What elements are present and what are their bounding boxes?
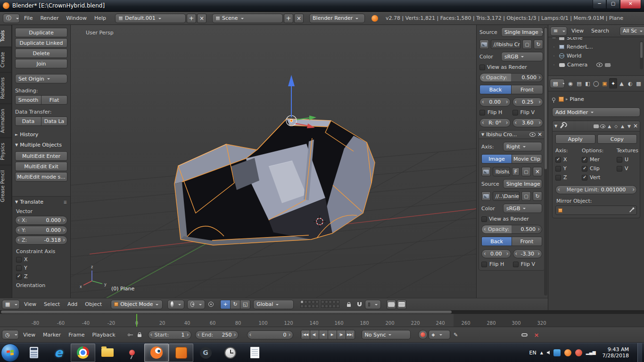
outliner-item-world[interactable]: ·World [551, 51, 644, 60]
copy-button[interactable]: Copy [597, 134, 637, 144]
front-button[interactable]: Front [511, 85, 543, 94]
image-path-field[interactable]: //Ibishu Cro... [491, 40, 520, 49]
join-button[interactable]: Join [15, 59, 67, 68]
tray-icon-2[interactable] [564, 349, 571, 356]
duplicate-button[interactable]: Duplicate [15, 28, 67, 37]
lock-to-scene-toggle[interactable] [344, 300, 354, 309]
modifier-move-up-button[interactable]: ▲ [620, 124, 625, 129]
flat-button[interactable]: Flat [41, 95, 67, 105]
layer-6[interactable] [321, 300, 324, 304]
play-button[interactable]: ▶ [328, 330, 337, 339]
delete-button[interactable]: Delete [15, 49, 67, 58]
outliner-view-menu[interactable]: View [568, 28, 587, 34]
layer-16[interactable] [321, 304, 324, 308]
mirror-axis-z-checkbox[interactable] [555, 175, 561, 181]
merge-checkbox[interactable] [582, 157, 587, 163]
delete-layout-button[interactable] [197, 14, 206, 23]
snap-element-selector[interactable] [365, 300, 381, 309]
auto-keyframe-button[interactable] [418, 330, 428, 339]
constraint-y-checkbox[interactable] [16, 265, 22, 271]
timeline-frame-menu[interactable]: Frame [65, 332, 88, 338]
movie-clip-tab[interactable]: Movie Clip [512, 154, 542, 164]
taskbar-pin-button[interactable] [120, 344, 144, 362]
viewport-3d[interactable]: zyx User Persp (0) Plane [71, 25, 476, 298]
unlink-icon[interactable] [533, 167, 542, 176]
set-origin-menu[interactable]: Set Origin [15, 74, 67, 83]
apply-button[interactable]: Apply [555, 134, 595, 144]
layer-7[interactable] [325, 300, 328, 304]
view-as-render-checkbox[interactable] [479, 65, 485, 70]
taskbar-calculator-button[interactable] [22, 344, 46, 362]
viewport-scene[interactable]: zyx User Persp (0) Plane [71, 25, 476, 298]
frame-lock-icon[interactable] [135, 330, 144, 339]
next-keyframe-button[interactable]: |▶ [337, 330, 346, 339]
minimize-button[interactable]: ─ [593, 0, 606, 9]
transform-orientation-selector[interactable]: Global [253, 300, 294, 309]
network-icon[interactable]: ▂▄▆ [586, 350, 596, 355]
link-icon[interactable] [520, 330, 529, 339]
start-button[interactable] [1, 344, 19, 362]
layer-9[interactable] [332, 300, 336, 304]
constraint-x-checkbox[interactable] [16, 257, 22, 263]
taskbar-g-app-button[interactable]: G [193, 344, 218, 362]
taskbar-clock[interactable]: 9:43 AM 7/28/2018 [600, 346, 632, 359]
layer-5[interactable] [315, 300, 319, 304]
add-modifier-menu[interactable]: Add Modifier [552, 107, 640, 117]
tab-relations[interactable]: Relations [0, 72, 12, 104]
layer-1[interactable] [300, 300, 304, 304]
show-desktop-button[interactable] [637, 343, 642, 362]
image-browse-icon[interactable] [479, 40, 489, 49]
visibility-eye-icon[interactable] [596, 63, 603, 67]
flip-h-checkbox-2[interactable] [481, 262, 487, 267]
pack-image-icon[interactable] [522, 40, 532, 49]
layer-14[interactable] [312, 304, 315, 308]
modifier-editmode-toggle[interactable]: ▲ [607, 124, 612, 129]
smooth-button[interactable]: Smooth [15, 95, 41, 105]
layer-13[interactable] [308, 304, 311, 308]
mode-selector[interactable]: Object Mode [111, 300, 163, 309]
screen-layout-selector[interactable]: Default.001 [115, 14, 186, 23]
layer-17[interactable] [325, 304, 328, 308]
flip-h-checkbox[interactable] [479, 110, 485, 115]
tab-scene[interactable]: ◧ [584, 78, 592, 89]
layer-20[interactable] [336, 304, 339, 308]
menu-render[interactable]: Render [37, 15, 62, 21]
taskbar-blender-button[interactable] [144, 344, 169, 362]
current-frame-marker[interactable] [136, 314, 137, 327]
outliner-item-scene[interactable]: −Scene [551, 37, 644, 42]
view-as-render-checkbox-2[interactable] [481, 216, 487, 222]
tab-object[interactable]: ▣ [601, 78, 609, 89]
tab-render[interactable]: ◉ [567, 78, 575, 89]
manipulator-translate-toggle[interactable]: + [220, 300, 231, 309]
data-layout-button[interactable]: Data La [41, 116, 67, 126]
manipulator-scale-toggle[interactable]: ◱ [240, 300, 250, 309]
offset-y-field[interactable]: 0.25 [512, 98, 544, 107]
opengl-render-anim-button[interactable] [397, 300, 406, 309]
tab-render-layers[interactable]: ▤ [575, 78, 583, 89]
render-engine-selector[interactable]: Blender Render [309, 14, 365, 23]
color-space-selector[interactable]: sRGB [501, 52, 543, 61]
multiedit-enter-button[interactable]: MultiEdit Enter [15, 151, 67, 161]
modifier-move-down-button[interactable]: ▼ [627, 124, 632, 129]
menu-file[interactable]: File [21, 15, 36, 21]
texture-u-checkbox[interactable] [617, 157, 622, 163]
front-button-2[interactable]: Front [512, 237, 542, 246]
language-indicator[interactable]: EN [529, 350, 536, 356]
keying-filter-icon[interactable] [124, 330, 134, 339]
taskbar-explorer-button[interactable] [95, 344, 120, 362]
snap-toggle[interactable] [355, 300, 364, 309]
manipulator-rotate-toggle[interactable]: ↻ [230, 300, 240, 309]
pivot-selector[interactable] [187, 300, 205, 309]
texture-v-checkbox[interactable] [617, 166, 622, 172]
opacity-slider[interactable]: Opacity:0.500 [479, 73, 543, 82]
editor-type-info-selector[interactable]: ⓘ [3, 14, 20, 23]
modifier-render-toggle[interactable] [594, 124, 599, 128]
layer-15[interactable] [315, 304, 319, 308]
layer-10[interactable] [336, 300, 339, 304]
size-field[interactable]: 3.60 [512, 118, 544, 127]
image-datablock-browse-icon[interactable] [481, 167, 491, 176]
color-space-selector-2[interactable]: sRGB [503, 204, 542, 213]
view-menu[interactable]: View [21, 301, 40, 307]
remove-image-icon[interactable] [537, 132, 542, 138]
panel-grip-icon[interactable]: ≣ [63, 200, 67, 205]
